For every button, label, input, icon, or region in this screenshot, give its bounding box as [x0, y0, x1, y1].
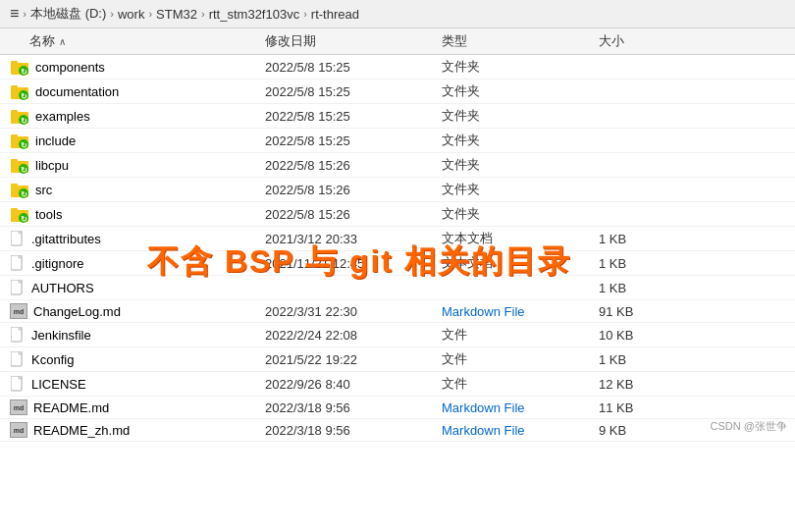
cell-date: 2022/9/26 8:40: [255, 377, 432, 392]
breadcrumb-icon: ≡: [10, 5, 19, 23]
cell-name: ↻ include: [0, 132, 255, 149]
cell-type: Markdown File: [432, 304, 589, 319]
file-icon: [10, 254, 26, 272]
cell-name: md ChangeLog.md: [0, 303, 255, 319]
cell-type: 文件: [432, 326, 589, 344]
table-row[interactable]: md README.md 2022/3/18 9:56 Markdown Fil…: [0, 397, 795, 419]
cell-type: 文件: [432, 375, 589, 393]
file-name: libcpu: [35, 158, 69, 173]
cell-name: md README.md: [0, 399, 255, 415]
cell-size: 9 KB: [589, 423, 667, 438]
svg-rect-25: [11, 208, 18, 211]
cell-name: ↻ examples: [0, 107, 255, 125]
cell-size: 11 KB: [589, 400, 667, 415]
sync-folder-icon: ↻: [10, 82, 29, 100]
table-row[interactable]: .gitattributes 2021/3/12 20:33 文本文档 1 KB: [0, 227, 795, 251]
table-row[interactable]: Kconfig 2021/5/22 19:22 文件 1 KB: [0, 347, 795, 372]
cell-type: 文本文档: [432, 254, 589, 272]
table-row[interactable]: LICENSE 2022/9/26 8:40 文件 12 KB: [0, 372, 795, 397]
breadcrumb-rtt[interactable]: rtt_stm32f103vc: [209, 7, 300, 22]
cell-date: 2022/5/8 15:26: [255, 207, 432, 222]
file-name: examples: [35, 109, 90, 124]
file-name: src: [35, 183, 52, 197]
cell-date: 2022/5/8 15:25: [255, 84, 432, 99]
cell-name: LICENSE: [0, 375, 255, 393]
cell-name: ↻ libcpu: [0, 156, 255, 174]
table-row[interactable]: .gitignore 2021/11/21 12:45 文本文档 1 KB: [0, 251, 795, 276]
col-header-size[interactable]: 大小: [589, 32, 667, 50]
file-name: README.md: [33, 400, 109, 415]
cell-size: 10 KB: [589, 328, 667, 343]
cell-date: 2021/5/22 19:22: [255, 352, 432, 367]
file-icon: [10, 350, 26, 368]
breadcrumb-local-disk[interactable]: 本地磁盘 (D:): [30, 5, 106, 23]
file-name: include: [35, 133, 76, 148]
cell-name: ↻ components: [0, 58, 255, 76]
table-row[interactable]: ↻ examples 2022/5/8 15:25 文件夹: [0, 104, 795, 129]
cell-date: 2022/3/18 9:56: [255, 400, 432, 415]
cell-type: 文件: [432, 350, 589, 368]
cell-date: 2022/5/8 15:25: [255, 109, 432, 124]
file-name: components: [35, 60, 105, 75]
sync-folder-icon: ↻: [10, 205, 29, 223]
cell-type: Markdown File: [432, 400, 589, 415]
table-row[interactable]: Jenkinsfile 2022/2/24 22:08 文件 10 KB: [0, 323, 795, 347]
cell-date: 2022/5/8 15:26: [255, 183, 432, 197]
svg-text:↻: ↻: [21, 117, 27, 125]
svg-rect-5: [11, 85, 18, 88]
table-row[interactable]: ↻ libcpu 2022/5/8 15:26 文件夹: [0, 153, 795, 178]
md-file-icon: md: [10, 422, 27, 438]
col-header-date[interactable]: 修改日期: [255, 32, 432, 50]
file-icon: [10, 279, 26, 296]
table-row[interactable]: md README_zh.md 2022/3/18 9:56 Markdown …: [0, 419, 795, 442]
cell-size: 1 KB: [589, 352, 667, 367]
table-row[interactable]: md ChangeLog.md 2022/3/31 22:30 Markdown…: [0, 300, 795, 323]
cell-size: 91 KB: [589, 304, 667, 319]
cell-size: 1 KB: [589, 232, 667, 246]
cell-size: 12 KB: [589, 377, 667, 392]
cell-name: Kconfig: [0, 350, 255, 368]
file-name: Jenkinsfile: [31, 328, 91, 343]
file-name: AUTHORS: [31, 281, 94, 295]
md-file-icon: md: [10, 399, 27, 415]
md-file-icon: md: [10, 303, 27, 319]
file-name: Kconfig: [31, 352, 74, 367]
cell-name: ↻ documentation: [0, 82, 255, 100]
breadcrumb-stm32[interactable]: STM32: [156, 7, 197, 22]
file-icon: [10, 326, 26, 344]
svg-text:↻: ↻: [21, 68, 27, 76]
svg-rect-9: [11, 110, 18, 113]
breadcrumb-rtthread[interactable]: rt-thread: [311, 7, 359, 22]
cell-type: 文件夹: [432, 107, 589, 125]
table-row[interactable]: ↻ tools 2022/5/8 15:26 文件夹: [0, 202, 795, 227]
table-row[interactable]: ↻ components 2022/5/8 15:25 文件夹: [0, 55, 795, 80]
breadcrumb-work[interactable]: work: [118, 7, 144, 22]
svg-text:↻: ↻: [21, 166, 27, 174]
cell-name: .gitignore: [0, 254, 255, 272]
file-name: README_zh.md: [33, 423, 130, 438]
file-name: documentation: [35, 84, 119, 99]
col-header-name[interactable]: 名称 ∧: [0, 32, 255, 50]
file-name: .gitattributes: [31, 232, 101, 246]
cell-date: 2022/2/24 22:08: [255, 328, 432, 343]
sync-folder-icon: ↻: [10, 156, 29, 174]
col-header-type[interactable]: 类型: [432, 32, 589, 50]
column-header-row: 名称 ∧ 修改日期 类型 大小: [0, 28, 795, 55]
sort-arrow-icon: ∧: [59, 36, 66, 47]
cell-name: .gitattributes: [0, 230, 255, 247]
file-icon: [10, 375, 26, 393]
table-row[interactable]: ↻ documentation 2022/5/8 15:25 文件夹: [0, 80, 795, 104]
table-row[interactable]: ↻ include 2022/5/8 15:25 文件夹: [0, 129, 795, 153]
cell-date: 2022/5/8 15:25: [255, 133, 432, 148]
svg-text:↻: ↻: [21, 92, 27, 100]
cell-date: 2022/5/8 15:25: [255, 60, 432, 75]
cell-name: ↻ src: [0, 181, 255, 198]
table-row[interactable]: ↻ src 2022/5/8 15:26 文件夹: [0, 178, 795, 202]
cell-name: ↻ tools: [0, 205, 255, 223]
file-name: tools: [35, 207, 62, 222]
table-row[interactable]: AUTHORS 1 KB: [0, 276, 795, 300]
cell-name: md README_zh.md: [0, 422, 255, 438]
cell-date: 2021/11/21 12:45: [255, 256, 432, 271]
cell-date: 2022/3/18 9:56: [255, 423, 432, 438]
cell-type: 文件夹: [432, 181, 589, 198]
